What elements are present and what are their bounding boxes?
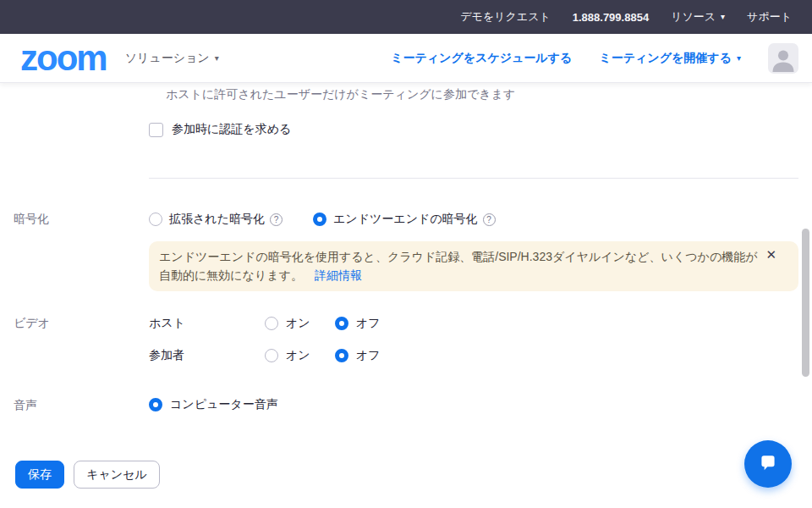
- phone-number-link[interactable]: 1.888.799.8854: [573, 11, 649, 24]
- chat-support-fab[interactable]: [744, 440, 792, 488]
- video-host-row: ホスト オン オフ: [149, 316, 381, 331]
- off-label: オフ: [356, 348, 381, 363]
- video-host-label: ホスト: [149, 316, 265, 331]
- profile-avatar[interactable]: [768, 43, 798, 74]
- e2e-encryption-option[interactable]: エンドツーエンドの暗号化 ?: [313, 212, 496, 227]
- vertical-scrollbar-thumb[interactable]: [802, 229, 809, 377]
- enhanced-encryption-option[interactable]: 拡張された暗号化 ?: [149, 212, 283, 227]
- video-participant-on-option[interactable]: オン: [265, 348, 335, 363]
- host-permission-note: ホストに許可されたユーザーだけがミーティングに参加できます: [166, 87, 515, 102]
- zoom-logo[interactable]: zoom: [20, 41, 107, 76]
- chevron-down-icon: ▾: [721, 13, 725, 21]
- video-host-off-radio[interactable]: [335, 317, 348, 330]
- chat-bubble-icon: [757, 453, 779, 475]
- help-icon[interactable]: ?: [483, 213, 496, 226]
- video-participant-row: 参加者 オン オフ: [149, 348, 381, 363]
- support-link[interactable]: サポート: [747, 9, 792, 25]
- host-meeting-label: ミーティングを開催する: [599, 51, 732, 66]
- schedule-meeting-link[interactable]: ミーティングをスケジュールする: [391, 51, 572, 66]
- enhanced-encryption-label: 拡張された暗号化: [169, 212, 265, 227]
- on-label: オン: [286, 316, 310, 331]
- solutions-label: ソリューション: [125, 51, 210, 66]
- video-host-off-option[interactable]: オフ: [335, 316, 381, 331]
- video-host-on-radio[interactable]: [265, 317, 278, 330]
- request-demo-link[interactable]: デモをリクエスト: [460, 9, 550, 25]
- video-participant-off-option[interactable]: オフ: [335, 348, 381, 363]
- top-utility-bar: デモをリクエスト 1.888.799.8854 リソース ▾ サポート: [0, 0, 812, 34]
- user-silhouette-icon: [768, 43, 798, 74]
- video-section-label: ビデオ: [14, 316, 50, 331]
- e2e-encryption-radio[interactable]: [313, 213, 326, 226]
- host-meeting-menu[interactable]: ミーティングを開催する ▾: [599, 51, 741, 66]
- help-icon[interactable]: ?: [270, 213, 283, 226]
- section-divider: [149, 178, 798, 179]
- video-participant-on-radio[interactable]: [265, 349, 278, 362]
- main-header: zoom ソリューション ▾ ミーティングをスケジュールする ミーティングを開催…: [0, 34, 812, 83]
- off-label: オフ: [356, 316, 381, 331]
- resources-label: リソース: [671, 9, 716, 25]
- form-actions: 保存 キャンセル: [15, 461, 160, 489]
- e2e-warning-banner: エンドツーエンドの暗号化を使用すると、クラウド記録、電話/SIP/H.323ダイ…: [149, 241, 798, 291]
- close-icon[interactable]: ✕: [765, 248, 776, 261]
- computer-audio-label: コンピューター音声: [170, 397, 278, 412]
- audio-section-label: 音声: [14, 398, 37, 413]
- video-participant-off-radio[interactable]: [335, 349, 348, 362]
- encryption-section-label: 暗号化: [14, 212, 49, 227]
- header-actions: ミーティングをスケジュールする ミーティングを開催する ▾: [391, 43, 798, 74]
- e2e-warning-text: エンドツーエンドの暗号化を使用すると、クラウド記録、電話/SIP/H.323ダイ…: [159, 250, 758, 282]
- cancel-button[interactable]: キャンセル: [74, 461, 160, 489]
- computer-audio-option[interactable]: コンピューター音声: [149, 397, 278, 412]
- computer-audio-radio[interactable]: [149, 398, 162, 411]
- zoom-meeting-settings-page: デモをリクエスト 1.888.799.8854 リソース ▾ サポート zoom…: [0, 0, 812, 508]
- save-button[interactable]: 保存: [15, 461, 64, 489]
- learn-more-link[interactable]: 詳細情報: [315, 268, 362, 282]
- solutions-menu[interactable]: ソリューション ▾: [125, 51, 219, 66]
- auth-checkbox-label: 参加時に認証を求める: [172, 122, 291, 137]
- chevron-down-icon: ▾: [215, 54, 219, 63]
- e2e-encryption-label: エンドツーエンドの暗号化: [333, 212, 478, 227]
- enhanced-encryption-radio[interactable]: [149, 213, 162, 226]
- auth-checkbox[interactable]: [149, 123, 163, 137]
- on-label: オン: [286, 348, 310, 363]
- chevron-down-icon: ▾: [737, 54, 741, 63]
- encryption-options: 拡張された暗号化 ? エンドツーエンドの暗号化 ?: [149, 212, 496, 227]
- video-participant-label: 参加者: [149, 348, 265, 363]
- video-host-on-option[interactable]: オン: [265, 316, 335, 331]
- auth-checkbox-row: 参加時に認証を求める: [149, 122, 291, 137]
- resources-menu[interactable]: リソース ▾: [671, 9, 725, 25]
